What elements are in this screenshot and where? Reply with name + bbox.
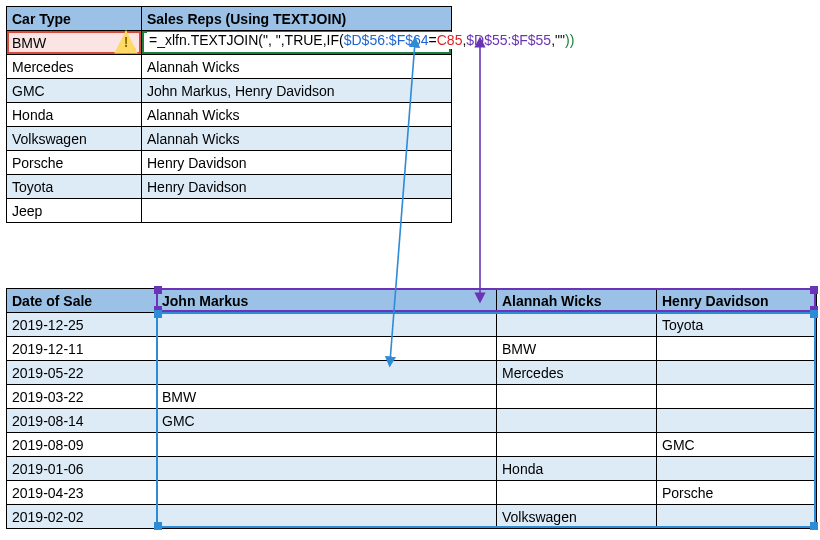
col-header-john[interactable]: John Markus	[157, 289, 497, 313]
cell-sales-reps[interactable]: Alannah Wicks	[142, 55, 452, 79]
cell-sales-reps[interactable]: Henry Davidson	[142, 151, 452, 175]
cell-sales-reps[interactable]: Alannah Wicks	[142, 103, 452, 127]
cell-date[interactable]: 2019-03-22	[7, 385, 157, 409]
formula-part: =	[149, 32, 157, 48]
cell-hd[interactable]	[657, 337, 817, 361]
table-row: 2019-08-09 GMC	[7, 433, 817, 457]
table-row: 2019-04-23 Porsche	[7, 481, 817, 505]
cell-date[interactable]: 2019-08-14	[7, 409, 157, 433]
cell-jm[interactable]	[157, 433, 497, 457]
cell-date[interactable]: 2019-01-06	[7, 457, 157, 481]
table-row: Mercedes Alannah Wicks	[7, 55, 452, 79]
table-row: 2019-03-22 BMW	[7, 385, 817, 409]
cell-car-type[interactable]: Jeep	[7, 199, 142, 223]
cell-date[interactable]: 2019-12-11	[7, 337, 157, 361]
table-header-row: Date of Sale John Markus Alannah Wicks H…	[7, 289, 817, 313]
cell-date[interactable]: 2019-12-25	[7, 313, 157, 337]
cell-aw[interactable]: BMW	[497, 337, 657, 361]
cell-hd[interactable]	[657, 361, 817, 385]
cell-jm[interactable]	[157, 505, 497, 529]
sales-table[interactable]: Date of Sale John Markus Alannah Wicks H…	[6, 288, 817, 529]
table-row: Volkswagen Alannah Wicks	[7, 127, 452, 151]
formula-overflow-text[interactable]: =_xlfn.TEXTJOIN(", ",TRUE,IF($D$56:$F$64…	[147, 32, 576, 49]
cell-aw[interactable]	[497, 385, 657, 409]
cell-jm[interactable]	[157, 337, 497, 361]
col-header-alannah[interactable]: Alannah Wicks	[497, 289, 657, 313]
cell-sales-reps[interactable]: John Markus, Henry Davidson	[142, 79, 452, 103]
formula-ref-purple: $D$55:$F$55	[466, 32, 551, 48]
table-row: 2019-08-14 GMC	[7, 409, 817, 433]
formula-ref-red: C85	[437, 32, 463, 48]
col-header-sales-reps[interactable]: Sales Reps (Using TEXTJOIN)	[142, 7, 452, 31]
col-header-car-type[interactable]: Car Type	[7, 7, 142, 31]
cell-aw[interactable]	[497, 481, 657, 505]
cell-aw[interactable]: Mercedes	[497, 361, 657, 385]
table-row: Honda Alannah Wicks	[7, 103, 452, 127]
cell-car-type[interactable]: Toyota	[7, 175, 142, 199]
cell-aw[interactable]	[497, 313, 657, 337]
cell-hd[interactable]	[657, 409, 817, 433]
table-row: 2019-05-22 Mercedes	[7, 361, 817, 385]
cell-aw[interactable]: Honda	[497, 457, 657, 481]
col-header-date[interactable]: Date of Sale	[7, 289, 157, 313]
table-row: 2019-02-02 Volkswagen	[7, 505, 817, 529]
table-row: Jeep	[7, 199, 452, 223]
cell-date[interactable]: 2019-02-02	[7, 505, 157, 529]
cell-date[interactable]: 2019-05-22	[7, 361, 157, 385]
formula-ref-blue: $D$56:$F$64	[344, 32, 429, 48]
cell-jm[interactable]	[157, 361, 497, 385]
formula-part: =	[429, 32, 437, 48]
cell-car-type[interactable]: GMC	[7, 79, 142, 103]
cell-date[interactable]: 2019-04-23	[7, 481, 157, 505]
cell-jm[interactable]: BMW	[157, 385, 497, 409]
cell-aw[interactable]: Volkswagen	[497, 505, 657, 529]
formula-part: ,""	[551, 32, 565, 48]
table-row: 2019-12-11 BMW	[7, 337, 817, 361]
cell-hd[interactable]	[657, 385, 817, 409]
table-header-row: Car Type Sales Reps (Using TEXTJOIN)	[7, 7, 452, 31]
cell-sales-reps[interactable]: Henry Davidson	[142, 175, 452, 199]
cell-hd[interactable]: Toyota	[657, 313, 817, 337]
cell-hd[interactable]: GMC	[657, 433, 817, 457]
cell-jm[interactable]	[157, 313, 497, 337]
cell-car-type[interactable]: Porsche	[7, 151, 142, 175]
sales-table-container: Date of Sale John Markus Alannah Wicks H…	[6, 288, 820, 529]
cell-jm[interactable]: GMC	[157, 409, 497, 433]
table-row: Porsche Henry Davidson	[7, 151, 452, 175]
cell-sales-reps[interactable]: Alannah Wicks	[142, 127, 452, 151]
cell-car-type[interactable]: Mercedes	[7, 55, 142, 79]
formula-part: _xlfn.TEXTJOIN(", ",TRUE,IF(	[157, 32, 344, 48]
col-header-henry[interactable]: Henry Davidson	[657, 289, 817, 313]
cell-aw[interactable]	[497, 433, 657, 457]
cell-jm[interactable]	[157, 481, 497, 505]
table-row: 2019-01-06 Honda	[7, 457, 817, 481]
cell-aw[interactable]	[497, 409, 657, 433]
cell-hd[interactable]	[657, 505, 817, 529]
cell-jm[interactable]	[157, 457, 497, 481]
table-row: 2019-12-25 Toyota	[7, 313, 817, 337]
table-row: GMC John Markus, Henry Davidson	[7, 79, 452, 103]
summary-table-container: Car Type Sales Reps (Using TEXTJOIN) BMW…	[6, 6, 820, 223]
cell-hd[interactable]: Porsche	[657, 481, 817, 505]
cell-sales-reps[interactable]	[142, 199, 452, 223]
cell-car-type[interactable]: Honda	[7, 103, 142, 127]
formula-part: ))	[565, 32, 574, 48]
table-row: Toyota Henry Davidson	[7, 175, 452, 199]
cell-car-type[interactable]: Volkswagen	[7, 127, 142, 151]
cell-date[interactable]: 2019-08-09	[7, 433, 157, 457]
cell-hd[interactable]	[657, 457, 817, 481]
